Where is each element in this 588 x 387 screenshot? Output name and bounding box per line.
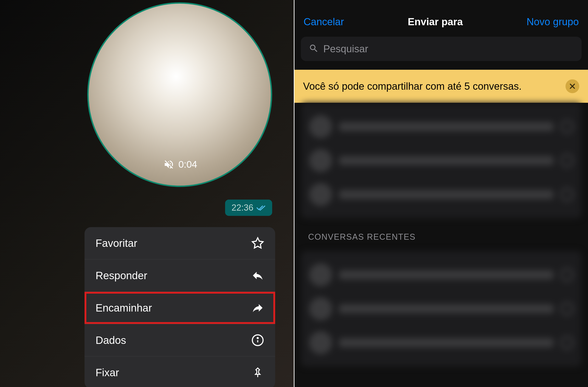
message-context-menu: Favoritar Responder Encaminhar Dados Fix… xyxy=(84,227,275,387)
menu-label: Responder xyxy=(96,269,147,282)
avatar xyxy=(309,297,332,320)
contact-item[interactable] xyxy=(309,258,573,292)
limit-banner: Você só pode compartilhar com até 5 conv… xyxy=(294,70,588,103)
select-radio[interactable] xyxy=(560,302,573,315)
time-text: 22:36 xyxy=(231,203,253,213)
contact-name-blur xyxy=(339,190,554,199)
banner-text: Você só pode compartilhar com até 5 conv… xyxy=(303,79,559,93)
muted-icon xyxy=(162,158,175,171)
avatar xyxy=(309,149,332,172)
contact-name-blur xyxy=(339,270,554,279)
video-message[interactable]: 0:04 xyxy=(87,2,272,187)
frequent-contacts-list xyxy=(301,103,582,218)
menu-label: Favoritar xyxy=(96,237,137,249)
menu-label: Dados xyxy=(96,334,126,346)
forward-icon xyxy=(251,301,264,314)
header-title: Enviar para xyxy=(408,16,463,28)
banner-close-button[interactable] xyxy=(566,79,579,93)
avatar xyxy=(309,263,332,286)
message-timestamp: 22:36 xyxy=(225,200,272,216)
chat-context-panel: 0:04 22:36 Favoritar Responder Encaminha… xyxy=(0,0,294,387)
forward-header: Cancelar Enviar para Novo grupo xyxy=(294,0,588,37)
select-radio[interactable] xyxy=(560,120,573,133)
star-icon xyxy=(251,237,264,250)
select-radio[interactable] xyxy=(560,154,573,167)
reply-icon xyxy=(251,269,264,282)
search-icon xyxy=(309,43,319,54)
svg-point-3 xyxy=(257,337,258,339)
recent-contacts-list xyxy=(301,251,582,367)
contact-item[interactable] xyxy=(309,110,573,144)
contact-item[interactable] xyxy=(309,292,573,326)
avatar xyxy=(309,183,332,206)
select-radio[interactable] xyxy=(560,268,573,281)
menu-item-fixar[interactable]: Fixar xyxy=(84,356,275,387)
section-recent-header: CONVERSAS RECENTES xyxy=(294,218,588,249)
menu-item-responder[interactable]: Responder xyxy=(84,259,275,292)
contact-name-blur xyxy=(339,338,554,347)
select-radio[interactable] xyxy=(560,336,573,349)
cancel-button[interactable]: Cancelar xyxy=(304,16,344,28)
forward-panel: Cancelar Enviar para Novo grupo Pesquisa… xyxy=(294,0,588,387)
menu-label: Encaminhar xyxy=(96,302,152,314)
contact-name-blur xyxy=(339,122,554,131)
avatar xyxy=(309,331,332,354)
select-radio[interactable] xyxy=(560,188,573,201)
menu-item-dados[interactable]: Dados xyxy=(84,324,275,356)
read-ticks-icon xyxy=(256,205,266,211)
contact-item[interactable] xyxy=(309,326,573,360)
menu-label: Fixar xyxy=(96,366,119,379)
video-duration-text: 0:04 xyxy=(178,159,197,170)
contact-name-blur xyxy=(339,156,554,165)
search-placeholder: Pesquisar xyxy=(323,43,368,55)
pin-icon xyxy=(251,366,264,379)
contact-item[interactable] xyxy=(309,177,573,212)
new-group-button[interactable]: Novo grupo xyxy=(527,16,579,28)
avatar xyxy=(309,115,332,138)
contact-item[interactable] xyxy=(309,144,573,177)
search-input[interactable]: Pesquisar xyxy=(301,37,582,61)
menu-item-favoritar[interactable]: Favoritar xyxy=(84,227,275,259)
menu-item-encaminhar[interactable]: Encaminhar xyxy=(84,292,275,324)
video-duration-overlay: 0:04 xyxy=(162,158,197,171)
info-icon xyxy=(251,334,264,347)
contact-name-blur xyxy=(339,304,554,313)
svg-marker-0 xyxy=(252,238,263,248)
